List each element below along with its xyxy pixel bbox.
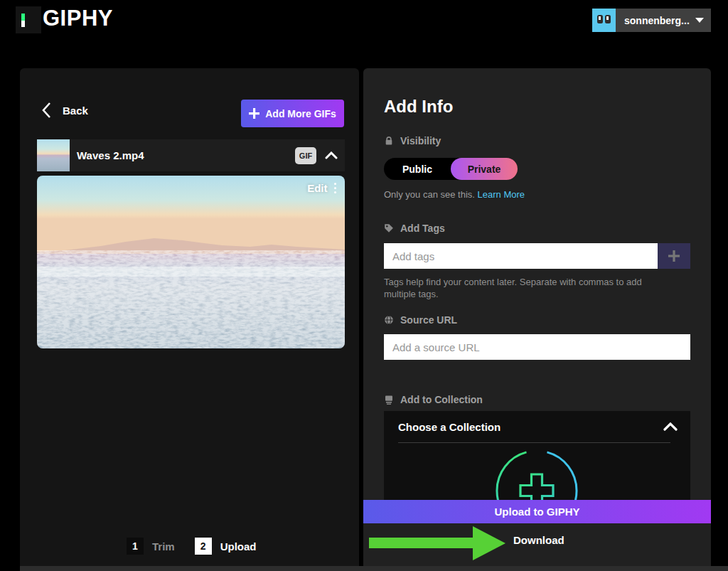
tags-helper: Tags help find your content later. Separ…: [384, 276, 671, 300]
tags-input[interactable]: [384, 243, 658, 269]
step-trim-label[interactable]: Trim: [152, 540, 175, 553]
back-label: Back: [63, 105, 88, 117]
user-menu[interactable]: sonnenberg...: [616, 9, 711, 32]
bottom-edge-strip: [20, 566, 728, 571]
wizard-steps: 1 Trim 2 Upload: [127, 538, 257, 555]
video-preview: Edit: [37, 176, 345, 348]
giphy-logo-bar: [21, 14, 25, 27]
username: sonnenberg...: [624, 15, 691, 26]
kebab-menu-icon[interactable]: [334, 183, 337, 194]
collection-section-header: Add to Collection: [384, 394, 483, 405]
download-button[interactable]: Download: [513, 534, 564, 546]
gif-format-badge: GIF: [295, 147, 316, 164]
ocean-sunset-frame: [37, 176, 345, 348]
upload-to-giphy-button[interactable]: Upload to GIPHY: [363, 500, 711, 523]
add-tag-button[interactable]: [658, 243, 690, 269]
source-url-section-header: Source URL: [384, 314, 457, 326]
add-info-panel: Add Info Visibility Public Private Only …: [363, 68, 711, 571]
source-url-label: Source URL: [400, 314, 457, 326]
file-thumbnail: [37, 139, 70, 171]
giphy-logo-icon[interactable]: [16, 6, 41, 33]
giphy-wordmark[interactable]: GIPHY: [43, 6, 113, 31]
chevron-up-icon[interactable]: [663, 422, 678, 431]
annotation-arrow-shaft: [369, 538, 473, 548]
avatar-eye-icon: [605, 15, 611, 23]
back-chevron-icon: [41, 102, 51, 119]
avatar-eye-icon: [597, 15, 603, 23]
visibility-label: Visibility: [400, 135, 441, 146]
collection-stack-icon: [384, 395, 394, 405]
divider: [398, 442, 670, 443]
tag-icon: [384, 223, 394, 233]
plus-icon: [668, 250, 680, 262]
visibility-section-header: Visibility: [384, 135, 441, 146]
panel-title: Add Info: [384, 97, 453, 117]
giphy-upload-page: GIPHY sonnenberg... Back Add More GIFs W…: [0, 0, 728, 571]
collection-label: Add to Collection: [400, 394, 483, 405]
back-button[interactable]: Back: [41, 102, 88, 119]
tags-label: Add Tags: [400, 223, 445, 234]
tags-section-header: Add Tags: [384, 223, 445, 234]
lock-icon: [384, 136, 394, 146]
file-row[interactable]: Waves 2.mp4 GIF: [37, 139, 345, 171]
edit-button[interactable]: Edit: [307, 182, 336, 194]
file-name: Waves 2.mp4: [77, 149, 295, 161]
step-trim-number[interactable]: 1: [127, 538, 144, 555]
avatar[interactable]: [592, 9, 616, 32]
add-more-gifs-label: Add More GIFs: [265, 108, 336, 119]
collapse-chevron-icon[interactable]: [325, 151, 338, 159]
collection-dropdown-panel: Choose a Collection: [384, 411, 690, 500]
visibility-helper: Only you can see this. Learn More: [384, 189, 525, 200]
top-nav-bar: GIPHY sonnenberg...: [0, 0, 728, 41]
edit-label: Edit: [307, 182, 327, 194]
visibility-option-private[interactable]: Private: [451, 158, 518, 180]
step-upload-label[interactable]: Upload: [220, 540, 257, 553]
globe-icon: [384, 315, 394, 325]
caret-down-icon: [695, 18, 704, 23]
add-more-gifs-button[interactable]: Add More GIFs: [241, 100, 344, 127]
plus-icon: [249, 108, 259, 119]
visibility-option-public[interactable]: Public: [384, 158, 451, 180]
annotation-arrow-icon: [473, 526, 505, 560]
visibility-toggle: Public Private: [384, 158, 518, 180]
learn-more-link[interactable]: Learn More: [478, 189, 525, 200]
choose-collection-label: Choose a Collection: [398, 421, 500, 433]
upload-preview-panel: Back Add More GIFs Waves 2.mp4 GIF: [20, 68, 359, 571]
add-collection-circle-icon[interactable]: [491, 444, 583, 500]
step-upload-number[interactable]: 2: [195, 538, 212, 555]
source-url-input[interactable]: [384, 334, 690, 360]
choose-collection-dropdown[interactable]: Choose a Collection: [398, 411, 678, 442]
